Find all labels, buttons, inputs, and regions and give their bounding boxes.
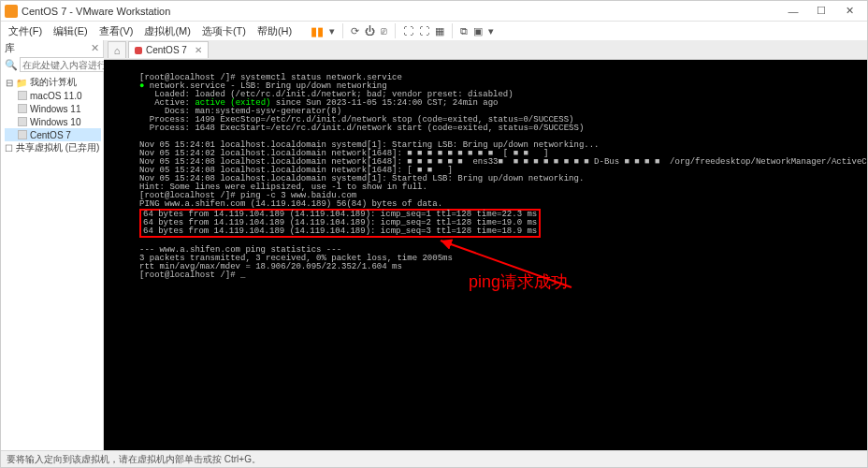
menu-vm[interactable]: 虚拟机(M) [140, 24, 195, 38]
main-area: ⌂ CentOS 7 ✕ [root@localhost /]# systemc… [104, 40, 867, 450]
fullscreen-icon[interactable]: ⛶ [403, 25, 413, 37]
maximize-button[interactable]: ☐ [807, 2, 835, 21]
tabbar: ⌂ CentOS 7 ✕ [104, 40, 867, 59]
snapshot-icon[interactable]: ⎚ [381, 25, 387, 37]
close-button[interactable]: ✕ [835, 2, 863, 21]
tab-centos7[interactable]: CentOS 7 ✕ [128, 41, 209, 58]
status-text: 要将输入定向到该虚拟机，请在虚拟机内部单击或按 Ctrl+G。 [7, 453, 261, 466]
home-tab[interactable]: ⌂ [108, 41, 126, 58]
expand-icon[interactable]: ⊟ [5, 78, 13, 88]
vm-icon [18, 130, 27, 139]
device-icon[interactable]: ⧉ [460, 25, 468, 37]
sidebar-close-icon[interactable]: ✕ [91, 42, 99, 54]
tree-label: Windows 11 [30, 104, 80, 114]
tree-root-my-computer[interactable]: ⊟ 📁 我的计算机 [5, 76, 101, 89]
toolbar-separator [342, 23, 343, 38]
menu-edit[interactable]: 编辑(E) [50, 24, 92, 38]
tab-label: CentOS 7 [146, 45, 187, 55]
toolbar-dropdown-icon[interactable]: ▾ [488, 25, 494, 37]
tree-item-macos[interactable]: macOS 11.0 [5, 89, 101, 102]
tree-label: 共享虚拟机 (已弃用) [16, 141, 99, 154]
svg-line-0 [441, 241, 571, 287]
annotation-arrow-icon [431, 236, 581, 292]
expand-icon[interactable]: ☐ [5, 143, 13, 154]
vm-tree: ⊟ 📁 我的计算机 macOS 11.0 Windows 11 Wi [1, 74, 103, 450]
tree-label: macOS 11.0 [30, 91, 82, 101]
app-window: CentOS 7 - VMware Workstation — ☐ ✕ 文件(F… [0, 0, 868, 468]
terminal-output[interactable]: [root@localhost /]# systemctl status net… [104, 59, 867, 450]
tree-item-win11[interactable]: Windows 11 [5, 102, 101, 115]
vm-icon [18, 117, 27, 126]
menu-help[interactable]: 帮助(H) [253, 24, 296, 38]
terminal-line: Process: 1648 ExecStart=/etc/rc.d/init.d… [139, 124, 584, 133]
vm-icon [18, 104, 27, 113]
terminal-line: PING www.a.shifen.com (14.119.104.189) 5… [139, 199, 442, 209]
tree-item-win10[interactable]: Windows 10 [5, 115, 101, 128]
tree-label: Windows 10 [30, 117, 80, 127]
app-icon [5, 5, 18, 18]
menu-view[interactable]: 查看(V) [95, 24, 137, 38]
terminal-line: [root@localhost /]# _ [139, 271, 245, 280]
menu-tabs[interactable]: 选项卡(T) [198, 24, 250, 38]
home-icon: ⌂ [114, 45, 121, 56]
toolbar-separator [452, 23, 453, 38]
toolbar-separator [395, 23, 396, 38]
statusbar: 要将输入定向到该虚拟机，请在虚拟机内部单击或按 Ctrl+G。 [1, 450, 867, 467]
sidebar-header: 库 ✕ [1, 40, 103, 55]
body: 库 ✕ 🔍 ▾ ⊟ 📁 我的计算机 macOS 11.0 [1, 40, 867, 450]
unity-icon[interactable]: ⛶ [419, 25, 429, 37]
toolbar: ▮▮ ▾ ⟳ ⏻ ⎚ ⛶ ⛶ ▦ ⧉ ▣ ▾ [307, 23, 498, 38]
folder-icon: 📁 [16, 78, 27, 88]
tree-label: CentOS 7 [30, 130, 71, 140]
vm-icon [18, 91, 27, 100]
power-icon[interactable]: ⟳ [351, 25, 359, 37]
pause-icon[interactable]: ▮▮ [311, 24, 324, 38]
library-sidebar: 库 ✕ 🔍 ▾ ⊟ 📁 我的计算机 macOS 11.0 [1, 40, 104, 450]
tab-close-icon[interactable]: ✕ [195, 45, 202, 55]
sidebar-title: 库 [5, 41, 15, 55]
menu-file[interactable]: 文件(F) [5, 24, 46, 38]
titlebar: CentOS 7 - VMware Workstation — ☐ ✕ [1, 1, 867, 22]
vm-running-icon [135, 47, 142, 54]
tree-root-shared[interactable]: ☐ 共享虚拟机 (已弃用) [5, 141, 101, 154]
tree-label: 我的计算机 [30, 76, 77, 89]
minimize-button[interactable]: — [779, 2, 807, 21]
annotation-text: ping请求成功 [469, 278, 568, 286]
grid-icon[interactable]: ▦ [435, 25, 444, 37]
device2-icon[interactable]: ▣ [473, 25, 483, 37]
terminal-line: 64 bytes from 14.119.104.189 (14.119.104… [143, 227, 537, 236]
sidebar-search: 🔍 ▾ [1, 55, 103, 74]
shutdown-icon[interactable]: ⏻ [365, 25, 375, 37]
ping-result-highlight: 64 bytes from 14.119.104.189 (14.119.104… [139, 209, 541, 238]
search-icon: 🔍 [5, 59, 18, 71]
menubar: 文件(F) 编辑(E) 查看(V) 虚拟机(M) 选项卡(T) 帮助(H) ▮▮… [1, 22, 867, 40]
window-title: CentOS 7 - VMware Workstation [22, 6, 779, 17]
tree-item-centos7[interactable]: CentOS 7 [5, 128, 101, 141]
toolbar-dropdown-icon[interactable]: ▾ [329, 25, 335, 37]
